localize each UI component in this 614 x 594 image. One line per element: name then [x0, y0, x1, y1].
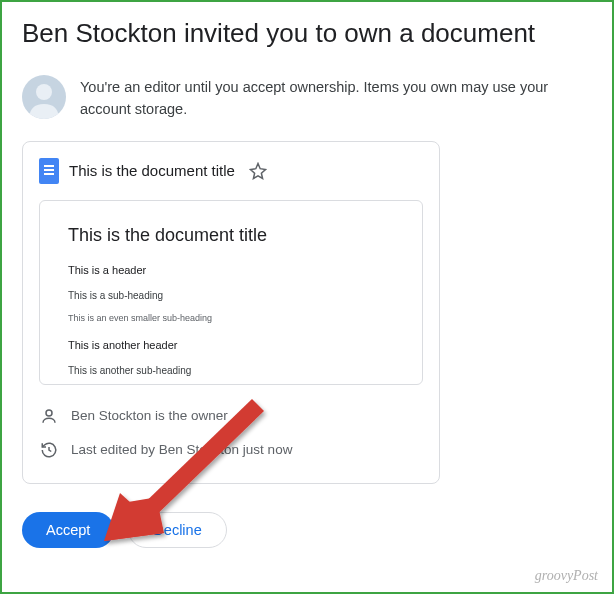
- star-icon[interactable]: [249, 162, 267, 180]
- preview-line: This is an even smaller sub-heading: [68, 313, 394, 323]
- preview-line: This is a header: [68, 264, 394, 276]
- history-icon: [39, 440, 59, 460]
- document-title: This is the document title: [69, 162, 235, 179]
- person-icon: [39, 406, 59, 426]
- info-row: You're an editor until you accept owners…: [22, 75, 592, 121]
- svg-point-1: [46, 410, 52, 416]
- preview-line: This is another header: [68, 339, 394, 351]
- watermark: groovyPost: [535, 568, 598, 584]
- decline-button[interactable]: Decline: [128, 512, 226, 548]
- preview-line: This is another sub-heading: [68, 365, 394, 376]
- page-title: Ben Stockton invited you to own a docume…: [22, 18, 592, 49]
- last-edited-text: Last edited by Ben Stockton just now: [71, 442, 292, 457]
- document-card: This is the document title This is the d…: [22, 141, 440, 484]
- actions-row: Accept Decline: [22, 512, 592, 548]
- owner-row: Ben Stockton is the owner: [39, 399, 423, 433]
- preview-line: This is a sub-heading: [68, 290, 394, 301]
- preview-title: This is the document title: [68, 225, 394, 246]
- last-edited-row: Last edited by Ben Stockton just now: [39, 433, 423, 467]
- avatar: [22, 75, 66, 119]
- info-text: You're an editor until you accept owners…: [80, 75, 592, 121]
- accept-button[interactable]: Accept: [22, 512, 114, 548]
- document-header: This is the document title: [39, 158, 423, 184]
- document-preview: This is the document title This is a hea…: [39, 200, 423, 385]
- docs-icon: [39, 158, 59, 184]
- owner-text: Ben Stockton is the owner: [71, 408, 228, 423]
- svg-point-0: [36, 84, 52, 100]
